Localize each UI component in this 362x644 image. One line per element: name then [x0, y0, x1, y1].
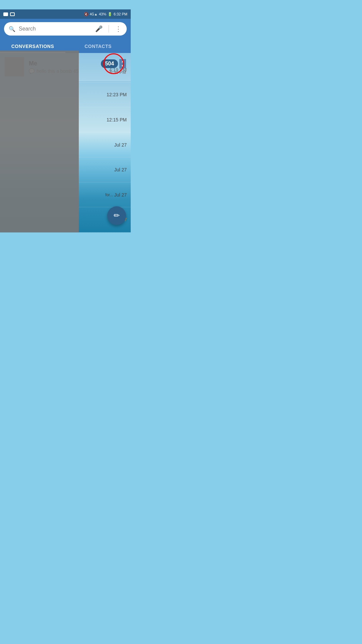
- more-options-icon[interactable]: ⋮: [115, 25, 122, 33]
- time-value-2: 12:23 PM: [107, 92, 127, 97]
- search-bar: 🔍 🎤 ⋮: [0, 19, 131, 39]
- battery-text: 43%: [99, 12, 106, 16]
- compose-fab[interactable]: ✏: [107, 206, 126, 225]
- status-right-info: 🔇 4G▲ 43% 🔋 6:32 PM: [84, 12, 127, 16]
- gray-overlay-panel: [0, 51, 79, 232]
- time-value-3: 12:15 PM: [107, 117, 127, 122]
- time-row-6: for... Jul 27: [79, 182, 131, 208]
- time-value-4: Jul 27: [114, 142, 127, 148]
- time-value-6: Jul 27: [114, 192, 127, 198]
- time-row-3: 12:15 PM: [79, 107, 131, 132]
- time-row-5: Jul 27: [79, 157, 131, 182]
- mute-icon: 🔇: [84, 12, 88, 16]
- app-content: 🔇 4G▲ 43% 🔋 6:32 PM 🔍 🎤 ⋮ CONVERSATIONS …: [0, 9, 131, 232]
- badge-wrapper: 504 ▲ ▼: [101, 59, 126, 68]
- battery-icon: 🔋: [108, 12, 112, 16]
- signal-icon: 4G▲: [90, 12, 98, 16]
- status-bar: 🔇 4G▲ 43% 🔋 6:32 PM: [0, 9, 131, 19]
- time-value-5: Jul 27: [114, 167, 127, 172]
- image-status-icon: [10, 12, 15, 16]
- time-value-6-preview: for...: [105, 193, 114, 197]
- conversation-meta-me: 504 ▲ ▼ 6:30 PM: [101, 59, 126, 75]
- search-container[interactable]: 🔍 🎤 ⋮: [4, 22, 127, 36]
- red-circle-annotation: [103, 53, 124, 74]
- search-input[interactable]: [19, 26, 92, 32]
- search-icon: 🔍: [9, 26, 15, 32]
- time-display: 6:32 PM: [114, 12, 127, 16]
- time-row-4: Jul 27: [79, 132, 131, 158]
- status-left-icons: [3, 12, 15, 16]
- time-row-2: 12:23 PM: [79, 83, 131, 108]
- message-status-icon: [3, 12, 8, 16]
- microphone-icon[interactable]: 🎤: [95, 25, 103, 33]
- search-divider: [109, 25, 109, 33]
- compose-icon: ✏: [114, 211, 120, 220]
